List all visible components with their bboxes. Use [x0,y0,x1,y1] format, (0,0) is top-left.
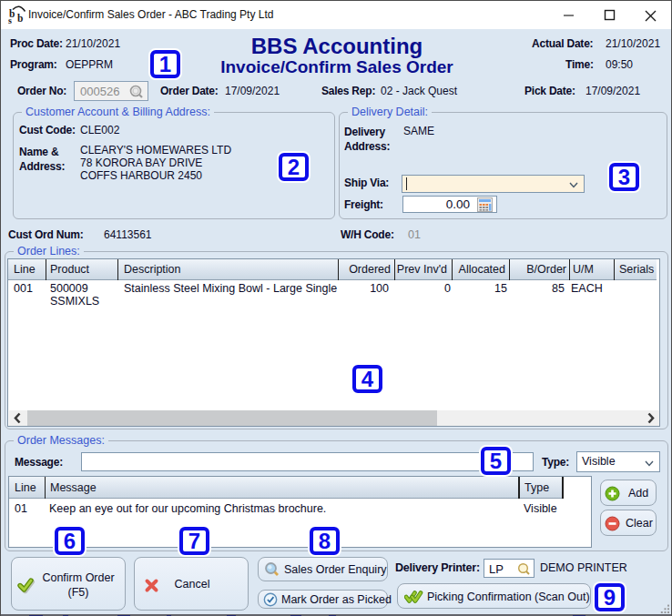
svg-text:b: b [17,13,23,24]
svg-text:s: s [8,15,12,25]
